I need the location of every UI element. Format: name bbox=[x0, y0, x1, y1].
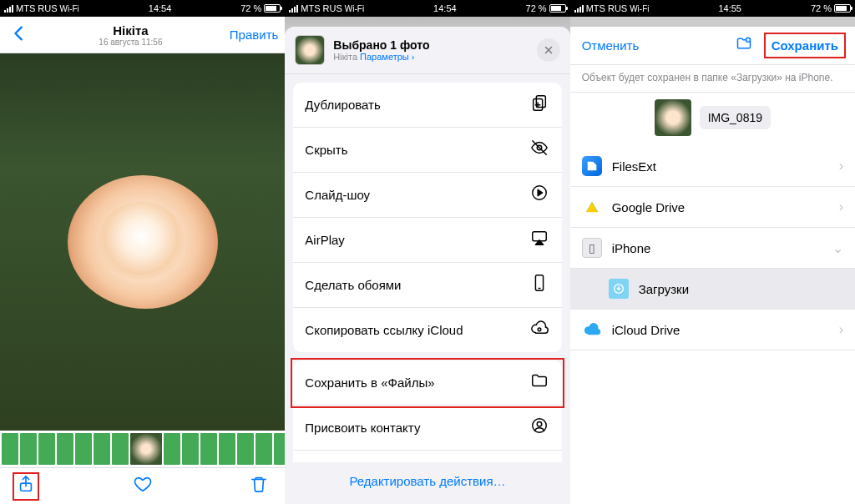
battery-icon bbox=[549, 4, 566, 13]
file-thumb bbox=[655, 99, 691, 136]
carrier-label: MTS RUS bbox=[301, 3, 342, 13]
location-row[interactable]: Загрузки bbox=[570, 269, 855, 310]
files-header: Отменить Сохранить bbox=[570, 27, 855, 65]
close-button[interactable] bbox=[537, 38, 560, 62]
share-sheet: Выбрано 1 фото Нікіта Параметры › Дублир… bbox=[285, 27, 569, 504]
wifi-label: Wi-Fi bbox=[60, 4, 79, 13]
play-circle-icon bbox=[529, 184, 550, 206]
share-sub: Нікіта Параметры › bbox=[333, 52, 429, 62]
photo-title: Нікіта bbox=[32, 23, 230, 38]
airplay-icon bbox=[529, 229, 550, 251]
clock: 14:54 bbox=[149, 3, 172, 13]
photo-view[interactable] bbox=[0, 53, 285, 431]
action-label: Присвоить контакту bbox=[305, 421, 420, 435]
cell-signal-icon bbox=[4, 5, 13, 13]
thumbnail-strip[interactable] bbox=[0, 431, 285, 467]
location-label: iCloud Drive bbox=[612, 323, 680, 337]
location-label: Google Drive bbox=[612, 200, 686, 214]
chevron-icon: › bbox=[839, 199, 843, 214]
chevron-icon: › bbox=[839, 159, 843, 174]
wifi-label: Wi-Fi bbox=[345, 4, 364, 13]
carrier-label: MTS RUS bbox=[16, 3, 58, 13]
action-group: ДублироватьСкрытьСлайд-шоуAirPlayСделать… bbox=[293, 83, 561, 352]
status-bar: MTS RUS Wi-Fi 14:54 72 % bbox=[0, 0, 285, 17]
favorite-button[interactable] bbox=[132, 475, 154, 498]
photos-viewer-screen: MTS RUS Wi-Fi 14:54 72 % Нікіта 16 авгус… bbox=[0, 0, 285, 504]
share-options-link[interactable]: Параметры bbox=[360, 52, 409, 62]
chevron-icon: › bbox=[839, 322, 843, 337]
carrier-label: MTS RUS bbox=[586, 3, 628, 13]
svg-point-17 bbox=[537, 421, 542, 426]
action-row[interactable]: Слайд-шоу bbox=[293, 173, 561, 218]
save-info-text: Объект будет сохранен в папке «Загрузки»… bbox=[570, 65, 855, 93]
action-label: AirPlay bbox=[305, 233, 345, 247]
icloud-icon bbox=[582, 320, 602, 340]
share-title: Выбрано 1 фото bbox=[333, 38, 429, 52]
iphone-icon: ▯ bbox=[582, 238, 602, 258]
locations-list: FilesExt›Google Drive›▯iPhone⌄ЗагрузкиiC… bbox=[570, 146, 855, 504]
battery-pct: 72 % bbox=[240, 3, 261, 13]
clock: 14:55 bbox=[718, 3, 741, 13]
svg-marker-10 bbox=[538, 189, 543, 195]
edit-button[interactable]: Править bbox=[230, 28, 279, 42]
back-button[interactable] bbox=[7, 22, 32, 48]
battery-pct: 72 % bbox=[526, 3, 547, 13]
location-row[interactable]: iCloud Drive› bbox=[570, 310, 855, 350]
action-label: Слайд-шоу bbox=[305, 188, 370, 202]
status-bar: MTS RUS Wi-Fi 14:55 72 % bbox=[570, 0, 855, 17]
action-list[interactable]: ДублироватьСкрытьСлайд-шоуAirPlayСделать… bbox=[285, 74, 569, 462]
svg-point-15 bbox=[538, 328, 541, 331]
photo-header: Нікіта 16 августа 11:56 Править bbox=[0, 17, 285, 53]
person-circle-icon bbox=[529, 416, 550, 439]
folder-icon bbox=[529, 371, 550, 394]
phone-icon bbox=[529, 274, 550, 296]
action-row[interactable]: Сохранить в «Файлы» bbox=[293, 360, 561, 406]
file-name-field[interactable]: IMG_0819 bbox=[700, 106, 771, 129]
file-preview: IMG_0819 bbox=[570, 93, 855, 146]
downloads-icon bbox=[609, 279, 629, 299]
action-row[interactable]: Скопировать ссылку iCloud bbox=[293, 308, 561, 352]
filesext-icon bbox=[582, 156, 602, 176]
location-row[interactable]: FilesExt› bbox=[570, 146, 855, 187]
chevron-icon: ⌄ bbox=[832, 240, 843, 256]
wifi-label: Wi-Fi bbox=[630, 4, 649, 13]
svg-rect-11 bbox=[532, 232, 546, 241]
battery-pct: 72 % bbox=[811, 3, 832, 13]
action-row[interactable]: Сделать обоями bbox=[293, 263, 561, 308]
cloud-link-icon bbox=[529, 319, 550, 341]
action-row[interactable]: AirPlay bbox=[293, 218, 561, 263]
share-sheet-header: Выбрано 1 фото Нікіта Параметры › bbox=[285, 27, 569, 74]
location-label: iPhone bbox=[612, 241, 651, 255]
files-save-screen: MTS RUS Wi-Fi 14:55 72 % Отменить Сохран… bbox=[570, 0, 855, 504]
share-button[interactable] bbox=[15, 475, 37, 498]
cell-signal-icon bbox=[289, 5, 298, 13]
cell-signal-icon bbox=[574, 5, 584, 13]
location-label: FilesExt bbox=[612, 159, 656, 174]
action-label: Дублировать bbox=[305, 98, 380, 112]
hide-icon bbox=[529, 139, 550, 161]
gdrive-icon bbox=[582, 197, 602, 217]
location-row[interactable]: ▯iPhone⌄ bbox=[570, 228, 855, 269]
action-label: Сделать обоями bbox=[305, 278, 401, 292]
action-row[interactable]: Напечатать bbox=[293, 451, 561, 462]
photo-content bbox=[68, 175, 218, 309]
location-row[interactable]: Google Drive› bbox=[570, 187, 855, 228]
battery-icon bbox=[834, 4, 851, 13]
clock: 14:54 bbox=[433, 3, 457, 13]
duplicate-icon bbox=[529, 93, 550, 116]
status-bar: MTS RUS Wi-Fi 14:54 72 % bbox=[285, 0, 569, 17]
photo-date: 16 августа 11:56 bbox=[32, 38, 230, 47]
files-save-sheet: Отменить Сохранить Объект будет сохранен… bbox=[570, 27, 855, 504]
delete-button[interactable] bbox=[248, 475, 270, 498]
action-row[interactable]: Скрыть bbox=[293, 128, 561, 173]
battery-icon bbox=[264, 4, 281, 13]
share-footer: Редактировать действия… bbox=[285, 462, 569, 504]
action-row[interactable]: Присвоить контакту bbox=[293, 406, 561, 451]
share-thumb bbox=[295, 35, 325, 65]
action-row[interactable]: Дублировать bbox=[293, 83, 561, 128]
edit-actions-link[interactable]: Редактировать действия… bbox=[349, 474, 505, 488]
new-folder-button[interactable] bbox=[735, 35, 753, 56]
save-button[interactable]: Сохранить bbox=[766, 35, 843, 56]
cancel-button[interactable]: Отменить bbox=[582, 38, 640, 53]
location-label: Загрузки bbox=[639, 282, 689, 296]
